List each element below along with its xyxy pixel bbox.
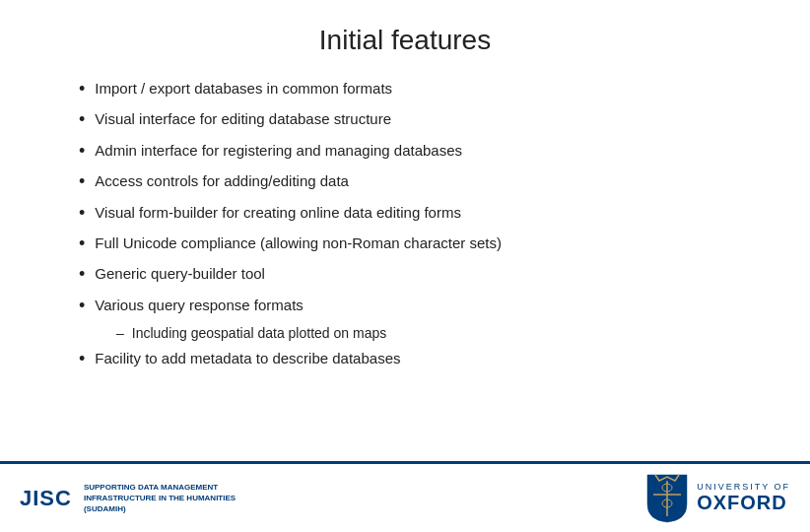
last-bullet-list: • Facility to add metadata to describe d… [79,348,731,378]
oxford-logo: UNIVERSITY OF OXFORD [645,473,790,524]
sub-item: – Including geospatial data plotted on m… [116,325,731,341]
list-item: • Generic query-builder tool [79,263,731,286]
footer: JISC SUPPORTING DATA MANAGEMENT INFRASTR… [0,461,810,532]
bullet-icon: • [79,263,85,286]
list-item: • Various query response formats [79,295,731,317]
oxford-text-block: UNIVERSITY OF OXFORD [697,482,790,514]
bullet-text: Facility to add metadata to describe dat… [95,348,400,368]
bullet-text: Visual interface for editing database st… [95,108,391,129]
jisc-logo: JISC [20,486,72,511]
list-item: • Access controls for adding/editing dat… [79,170,731,193]
oxford-word: OXFORD [697,492,790,514]
list-item: • Full Unicode compliance (allowing non-… [79,233,731,255]
bullet-icon: • [79,78,85,100]
bullet-icon: • [79,295,85,317]
list-item: • Import / export databases in common fo… [79,78,731,100]
bullet-text: Admin interface for registering and mana… [95,140,462,161]
jisc-subtitle: SUPPORTING DATA MANAGEMENT INFRASTRUCTUR… [84,482,236,515]
footer-left: JISC SUPPORTING DATA MANAGEMENT INFRASTR… [20,482,236,515]
bullet-text: Various query response formats [95,295,304,315]
slide-content: Initial features • Import / export datab… [0,0,810,461]
list-item: • Visual interface for editing database … [79,108,731,131]
bullet-icon: • [79,233,85,255]
sub-bullet-icon: – [116,325,124,341]
list-item: • Visual form-builder for creating onlin… [79,202,731,225]
bullet-icon: • [79,140,85,163]
bullet-icon: • [79,202,85,225]
bullet-text: Visual form-builder for creating online … [95,202,461,223]
bullet-icon: • [79,108,85,131]
bullet-text: Full Unicode compliance (allowing non-Ro… [95,233,502,253]
bullet-text: Access controls for adding/editing data [95,170,349,191]
bullet-text: Generic query-builder tool [95,263,265,284]
bullet-icon: • [79,170,85,193]
list-item: • Admin interface for registering and ma… [79,140,731,163]
oxford-shield-icon [645,473,689,524]
slide-title: Initial features [79,25,731,56]
sub-bullet-text: Including geospatial data plotted on map… [132,325,386,341]
bullet-list: • Import / export databases in common fo… [79,78,731,325]
jisc-name: JISC [20,486,72,511]
bullet-icon: • [79,348,85,370]
bullet-text: Import / export databases in common form… [95,78,392,99]
oxford-university-of: UNIVERSITY OF [697,482,790,492]
list-item: • Facility to add metadata to describe d… [79,348,731,370]
